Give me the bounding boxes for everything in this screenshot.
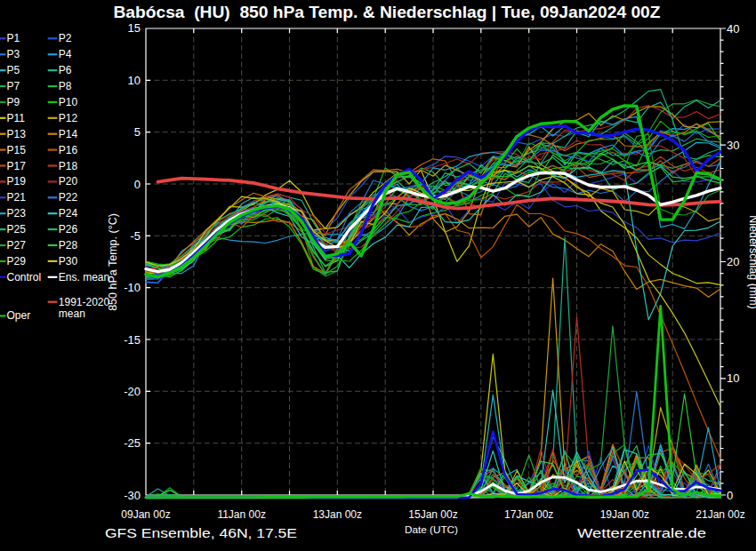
svg-text:15: 15 bbox=[128, 21, 141, 35]
svg-text:0: 0 bbox=[727, 489, 733, 502]
svg-text:P16: P16 bbox=[59, 144, 78, 156]
svg-text:P19: P19 bbox=[7, 175, 27, 188]
svg-text:-15: -15 bbox=[124, 333, 141, 347]
svg-text:10: 10 bbox=[128, 74, 141, 87]
svg-text:P5: P5 bbox=[7, 64, 20, 76]
svg-text:P20: P20 bbox=[59, 175, 78, 188]
svg-text:Oper: Oper bbox=[7, 309, 31, 322]
svg-text:P18: P18 bbox=[59, 160, 78, 172]
svg-text:P12: P12 bbox=[59, 112, 78, 124]
svg-text:P9: P9 bbox=[7, 96, 20, 108]
svg-text:Ens. mean: Ens. mean bbox=[59, 271, 109, 283]
svg-text:21Jan 00z: 21Jan 00z bbox=[696, 508, 744, 521]
svg-text:P26: P26 bbox=[59, 223, 78, 236]
svg-text:P1: P1 bbox=[7, 32, 20, 44]
svg-text:mean: mean bbox=[59, 307, 85, 320]
svg-text:1991-2020: 1991-2020 bbox=[59, 296, 110, 308]
svg-text:P25: P25 bbox=[7, 223, 27, 236]
svg-text:19Jan 00z: 19Jan 00z bbox=[600, 508, 649, 521]
svg-text:Wetterzentrale.de: Wetterzentrale.de bbox=[577, 525, 706, 540]
svg-text:P8: P8 bbox=[59, 80, 72, 92]
svg-text:20: 20 bbox=[727, 255, 739, 268]
svg-text:-20: -20 bbox=[124, 385, 141, 398]
svg-text:P6: P6 bbox=[59, 64, 72, 76]
svg-text:P30: P30 bbox=[59, 255, 78, 268]
svg-text:P14: P14 bbox=[59, 128, 78, 140]
svg-text:P28: P28 bbox=[59, 239, 78, 252]
svg-text:P10: P10 bbox=[59, 96, 78, 108]
svg-text:15Jan 00z: 15Jan 00z bbox=[408, 508, 457, 521]
svg-text:GFS Ensemble, 46N, 17.5E: GFS Ensemble, 46N, 17.5E bbox=[105, 525, 297, 540]
svg-text:P27: P27 bbox=[7, 239, 27, 252]
svg-text:P4: P4 bbox=[59, 48, 72, 60]
svg-text:P15: P15 bbox=[7, 144, 27, 156]
svg-text:P24: P24 bbox=[59, 207, 78, 220]
svg-text:Control: Control bbox=[7, 271, 42, 283]
svg-text:17Jan 00z: 17Jan 00z bbox=[504, 508, 553, 521]
svg-text:11Jan 00z: 11Jan 00z bbox=[217, 508, 266, 521]
svg-text:P11: P11 bbox=[7, 112, 26, 124]
svg-text:P23: P23 bbox=[7, 207, 27, 220]
svg-text:P22: P22 bbox=[59, 191, 78, 204]
svg-text:40: 40 bbox=[727, 22, 739, 36]
svg-text:P17: P17 bbox=[7, 160, 27, 172]
svg-text:P3: P3 bbox=[7, 48, 20, 60]
svg-text:P29: P29 bbox=[7, 255, 27, 268]
svg-text:P21: P21 bbox=[7, 191, 27, 204]
svg-text:P13: P13 bbox=[7, 128, 27, 140]
svg-text:5: 5 bbox=[134, 125, 141, 139]
svg-text:10: 10 bbox=[727, 371, 739, 385]
svg-text:-5: -5 bbox=[130, 229, 141, 243]
svg-text:09Jan 00z: 09Jan 00z bbox=[121, 508, 170, 521]
svg-text:Date (UTC): Date (UTC) bbox=[405, 524, 458, 535]
svg-text:0: 0 bbox=[134, 178, 141, 191]
svg-text:-10: -10 bbox=[124, 281, 141, 294]
svg-text:30: 30 bbox=[727, 139, 739, 152]
svg-text:-30: -30 bbox=[124, 489, 141, 502]
svg-text:P2: P2 bbox=[59, 32, 72, 44]
svg-text:-25: -25 bbox=[124, 436, 141, 450]
svg-text:Babócsa (HU) 850 hPa Temp. &: Babócsa (HU) 850 hPa Temp. & Niederschla… bbox=[114, 4, 661, 21]
svg-text:Niederschlag (mm): Niederschlag (mm) bbox=[747, 215, 756, 309]
svg-text:13Jan 00z: 13Jan 00z bbox=[313, 508, 362, 521]
svg-text:P7: P7 bbox=[7, 80, 20, 92]
